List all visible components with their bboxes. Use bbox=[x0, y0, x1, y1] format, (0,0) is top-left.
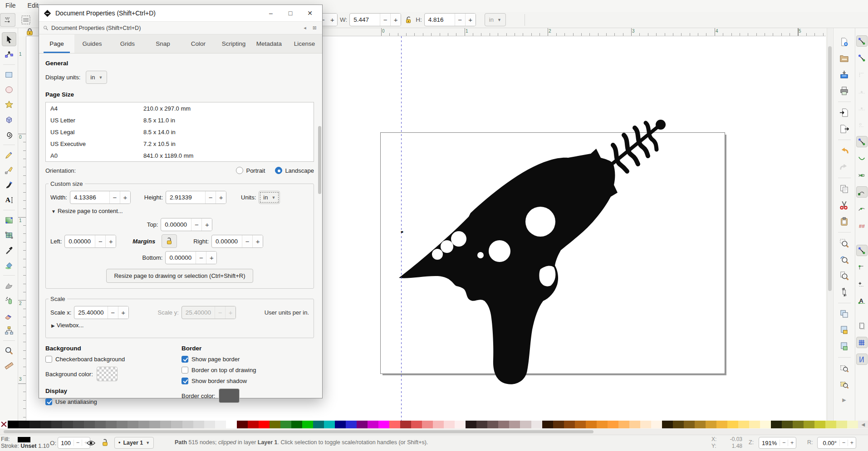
tool-button[interactable] bbox=[2, 112, 16, 126]
select-all-layers-button[interactable] bbox=[19, 13, 33, 27]
snap-toggle[interactable] bbox=[856, 35, 868, 47]
tool-button[interactable] bbox=[2, 228, 16, 242]
palette-swatch[interactable] bbox=[422, 421, 433, 428]
snap-toggle[interactable]: A bbox=[856, 295, 868, 306]
palette-swatch[interactable] bbox=[782, 421, 793, 428]
dialog-tab[interactable]: Color bbox=[181, 34, 216, 53]
background-color-button[interactable] bbox=[97, 367, 118, 381]
toolbar-overflow-arrow[interactable]: ▶ bbox=[842, 397, 846, 403]
snap-toggle[interactable] bbox=[856, 69, 868, 80]
panel-float-button[interactable]: ◂ bbox=[302, 25, 308, 31]
palette-swatch[interactable] bbox=[651, 421, 662, 428]
tool-button[interactable] bbox=[2, 293, 16, 307]
palette-swatch[interactable] bbox=[171, 421, 182, 428]
snap-toggle[interactable] bbox=[856, 337, 868, 348]
palette-swatch[interactable] bbox=[466, 421, 476, 428]
page-size-row[interactable]: US Legal 8.5 x 14.0 in bbox=[46, 126, 314, 138]
palette-swatch[interactable] bbox=[8, 421, 19, 428]
portrait-radio[interactable]: Portrait bbox=[236, 167, 265, 174]
dialog-tab[interactable]: License bbox=[287, 34, 322, 53]
palette-swatch[interactable] bbox=[389, 421, 400, 428]
opacity-spinbox[interactable]: 100−+ bbox=[58, 437, 90, 449]
tool-button[interactable] bbox=[2, 32, 16, 46]
dialog-tab[interactable]: Metadata bbox=[251, 34, 287, 53]
snap-toggle[interactable] bbox=[856, 245, 868, 256]
palette-swatch[interactable] bbox=[51, 421, 62, 428]
snap-toggle[interactable] bbox=[856, 52, 868, 63]
palette-swatch[interactable] bbox=[335, 421, 346, 428]
scrollbar-thumb[interactable] bbox=[4, 430, 593, 433]
selection-height-spinbox[interactable]: 4.816−+ bbox=[424, 13, 476, 26]
snap-toggle[interactable] bbox=[856, 278, 868, 290]
palette-swatch[interactable] bbox=[684, 421, 695, 428]
dialog-tab[interactable]: Snap bbox=[145, 34, 181, 53]
palette-swatch[interactable] bbox=[476, 421, 487, 428]
zoom-spinbox[interactable]: 191%−+ bbox=[759, 437, 796, 449]
command-button[interactable] bbox=[837, 236, 852, 250]
close-button[interactable]: ✕ bbox=[302, 10, 318, 17]
fill-stroke-indicator[interactable]: Fill: Stroke:Unset1.10 bbox=[1, 436, 49, 450]
palette-swatch[interactable] bbox=[727, 421, 738, 428]
command-button[interactable] bbox=[837, 361, 852, 375]
command-button[interactable] bbox=[837, 83, 852, 98]
margin-bottom-spinbox[interactable]: 0.00000−+ bbox=[165, 251, 217, 264]
palette-swatch[interactable] bbox=[640, 421, 651, 428]
palette-swatch[interactable] bbox=[226, 421, 237, 428]
fill-swatch[interactable] bbox=[18, 437, 30, 442]
palette-swatch[interactable] bbox=[411, 421, 422, 428]
snap-toggle[interactable] bbox=[856, 153, 868, 164]
layer-visibility-toggle[interactable] bbox=[86, 438, 96, 448]
tool-button[interactable] bbox=[2, 344, 16, 358]
tool-button[interactable] bbox=[2, 213, 16, 227]
dialog-scrollbar[interactable] bbox=[318, 108, 321, 393]
vertical-ruler[interactable]: 10123 bbox=[18, 36, 26, 421]
palette-swatch[interactable] bbox=[117, 421, 128, 428]
layer-lock-toggle[interactable] bbox=[101, 438, 109, 447]
palette-swatch[interactable] bbox=[706, 421, 716, 428]
scrollbar-thumb[interactable] bbox=[828, 46, 832, 291]
palette-swatch[interactable] bbox=[760, 421, 771, 428]
dialog-tab[interactable]: Grids bbox=[110, 34, 145, 53]
panel-close-button[interactable]: ⊠ bbox=[311, 25, 319, 31]
palette-swatch[interactable] bbox=[498, 421, 509, 428]
command-button[interactable] bbox=[837, 198, 852, 212]
guide-anchor[interactable]: ◂▸ bbox=[398, 229, 405, 234]
command-button[interactable] bbox=[837, 160, 852, 174]
command-button[interactable] bbox=[837, 181, 852, 196]
palette-swatch[interactable] bbox=[564, 421, 575, 428]
palette-swatch[interactable] bbox=[629, 421, 640, 428]
palette-swatch[interactable] bbox=[346, 421, 357, 428]
snap-toggle[interactable] bbox=[856, 86, 868, 97]
tool-button[interactable] bbox=[2, 148, 16, 162]
palette-swatch[interactable] bbox=[793, 421, 804, 428]
palette-swatch[interactable] bbox=[248, 421, 259, 428]
palette-swatch[interactable] bbox=[84, 421, 95, 428]
palette-swatch[interactable] bbox=[444, 421, 455, 428]
palette-swatch[interactable] bbox=[804, 421, 814, 428]
transform-toggle-button[interactable] bbox=[0, 13, 15, 27]
tool-button[interactable] bbox=[2, 359, 16, 373]
no-color-swatch[interactable] bbox=[0, 421, 8, 428]
palette-swatch[interactable] bbox=[531, 421, 542, 428]
palette-swatch[interactable] bbox=[40, 421, 51, 428]
page-size-row[interactable]: US Letter 8.5 x 11.0 in bbox=[46, 114, 314, 126]
zoom-value[interactable]: 191% bbox=[759, 440, 780, 446]
tool-button[interactable] bbox=[2, 68, 16, 82]
rotation-value[interactable]: 0.00° bbox=[818, 440, 839, 446]
palette-swatch[interactable] bbox=[138, 421, 149, 428]
palette-swatch[interactable] bbox=[73, 421, 84, 428]
palette-swatch[interactable] bbox=[324, 421, 335, 428]
palette-swatch[interactable] bbox=[400, 421, 411, 428]
landscape-radio[interactable]: Landscape bbox=[275, 167, 314, 174]
palette-swatch[interactable] bbox=[542, 421, 553, 428]
dialog-tab[interactable]: Guides bbox=[74, 34, 110, 53]
palette-swatch[interactable] bbox=[237, 421, 248, 428]
tool-button[interactable] bbox=[2, 97, 16, 112]
palette-swatch[interactable] bbox=[455, 421, 466, 428]
palette-swatch[interactable] bbox=[128, 421, 138, 428]
command-button[interactable] bbox=[837, 268, 852, 283]
palette-swatch[interactable] bbox=[204, 421, 215, 428]
command-button[interactable] bbox=[837, 252, 852, 267]
resize-to-content-expander[interactable]: ▼Resize page to content... bbox=[51, 208, 309, 214]
tool-button[interactable] bbox=[2, 258, 16, 272]
